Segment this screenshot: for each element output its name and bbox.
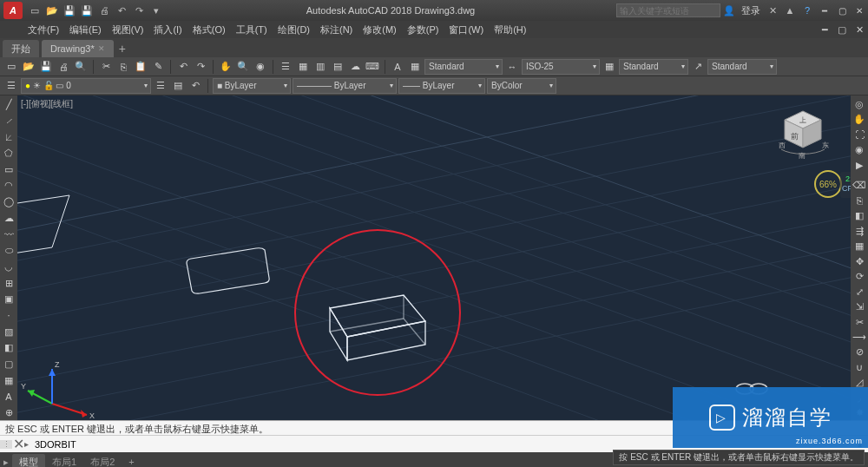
tab-layout2[interactable]: 布局2 — [83, 456, 122, 468]
tb-copy-icon[interactable]: ⎘ — [115, 59, 131, 75]
minimize-btn[interactable]: ━ — [816, 3, 833, 17]
join-icon[interactable]: ∪ — [852, 360, 867, 374]
menu-view[interactable]: 视图(V) — [107, 23, 149, 36]
circle-icon[interactable]: ◯ — [1, 194, 16, 209]
plot-icon[interactable]: 🖨 — [97, 3, 111, 17]
trim-icon[interactable]: ✂ — [852, 315, 867, 329]
rect-icon[interactable]: ▭ — [1, 162, 16, 177]
save-icon[interactable]: 💾 — [62, 3, 76, 17]
layer-prev-icon[interactable]: ↶ — [187, 78, 203, 94]
profile-icon[interactable]: 👤 — [722, 3, 736, 17]
xline-icon[interactable]: ⟋ — [1, 114, 16, 128]
tab-start[interactable]: 开始 — [3, 40, 39, 57]
a360-icon[interactable]: ▲ — [783, 3, 797, 17]
nav-dial[interactable]: 66% — [814, 170, 842, 198]
tb-undo-icon[interactable]: ↶ — [175, 59, 191, 75]
table-icon[interactable]: ▦ — [1, 373, 16, 388]
hatch-icon[interactable]: ▨ — [1, 325, 16, 339]
close-btn[interactable]: ✕ — [851, 3, 868, 17]
linetype-select[interactable]: ———— ByLayer — [293, 78, 397, 94]
tablestyle-select[interactable]: Standard — [619, 59, 688, 75]
tb-calc-icon[interactable]: ⌨ — [365, 59, 380, 75]
tab-model[interactable]: 模型 — [12, 454, 45, 467]
cmd-handle[interactable]: ⋮ — [0, 440, 12, 449]
plotstyle-select[interactable]: ByColor — [487, 78, 556, 94]
qat-more-icon[interactable]: ▾ — [149, 3, 163, 17]
textstyle-select[interactable]: Standard — [424, 59, 503, 75]
tb-paste-icon[interactable]: 📋 — [133, 59, 148, 75]
menu-dimension[interactable]: 标注(N) — [315, 23, 358, 36]
cmd-chevron-icon[interactable]: ▸ — [24, 439, 35, 449]
ellipse-icon[interactable]: ⬭ — [1, 243, 16, 258]
line-icon[interactable]: ╱ — [1, 97, 16, 112]
addsel-icon[interactable]: ⊕ — [1, 405, 16, 420]
tb-preview-icon[interactable]: 🔍 — [73, 59, 89, 75]
canvas[interactable]: X Y Z — [17, 95, 851, 420]
redo-icon[interactable]: ↷ — [132, 3, 146, 17]
viewcube[interactable]: 上 前 西 南 东 — [773, 104, 833, 165]
gradient-icon[interactable]: ◧ — [1, 341, 16, 356]
point-icon[interactable]: · — [1, 308, 16, 323]
mtext-icon[interactable]: A — [1, 390, 16, 405]
cmd-close-icon[interactable]: ✕ — [12, 436, 24, 452]
pline-icon[interactable]: ⟀ — [1, 129, 16, 144]
help-icon[interactable]: ? — [800, 3, 814, 17]
copy2-icon[interactable]: ⎘ — [852, 194, 867, 207]
tb-redo-icon[interactable]: ↷ — [193, 59, 208, 75]
tb-orbit-icon[interactable]: ◉ — [253, 59, 268, 75]
tb-open-icon[interactable]: 📂 — [21, 59, 36, 75]
layer-iso-icon[interactable]: ▤ — [170, 78, 186, 94]
erase-icon[interactable]: ⌫ — [852, 179, 867, 193]
menu-param[interactable]: 参数(P) — [402, 23, 444, 36]
viewport-label[interactable]: [-][俯视][线框] — [21, 98, 73, 110]
mleaderstyle-select[interactable]: Standard — [707, 59, 777, 75]
tab-layout1[interactable]: 布局1 — [45, 456, 83, 468]
insert-icon[interactable]: ⊞ — [1, 276, 16, 291]
offset-icon[interactable]: ⇶ — [852, 224, 867, 238]
rotate-icon[interactable]: ⟳ — [852, 269, 867, 283]
tb-mleader-icon[interactable]: ↗ — [690, 59, 706, 75]
menu-window[interactable]: 窗口(W) — [444, 23, 489, 36]
menu-insert[interactable]: 插入(I) — [148, 23, 187, 36]
dimstyle-select[interactable]: ISO-25 — [522, 59, 600, 75]
tb-match-icon[interactable]: ✎ — [150, 59, 166, 75]
break-icon[interactable]: ⊘ — [852, 345, 867, 359]
steering-icon[interactable]: ◎ — [852, 97, 867, 111]
undo-icon[interactable]: ↶ — [115, 3, 128, 17]
pan2-icon[interactable]: ✋ — [852, 112, 867, 126]
signin-label[interactable]: 登录 — [738, 4, 764, 17]
zoomext-icon[interactable]: ⛶ — [852, 128, 867, 141]
tb-zoom-icon[interactable]: 🔍 — [235, 59, 251, 75]
color-select[interactable]: ■ ByLayer — [213, 78, 291, 94]
tb-save-icon[interactable]: 💾 — [38, 59, 54, 75]
tb-props-icon[interactable]: ☰ — [278, 59, 293, 75]
tab-drawing3[interactable]: Drawing3*✕ — [42, 40, 114, 57]
doc-min-btn[interactable]: ━ — [816, 23, 833, 36]
tb-new-icon[interactable]: ▭ — [3, 59, 19, 75]
layer-select[interactable]: ● ☀ 🔓 ▭ 0 — [21, 78, 151, 94]
lineweight-select[interactable]: —— ByLayer — [398, 78, 485, 94]
tb-cut-icon[interactable]: ✂ — [98, 59, 114, 75]
new-icon[interactable]: ▭ — [28, 3, 42, 17]
tb-plot-icon[interactable]: 🖨 — [56, 59, 71, 75]
app-logo[interactable]: A — [3, 2, 23, 19]
spline-icon[interactable]: 〰 — [1, 227, 16, 242]
open-icon[interactable]: 📂 — [45, 3, 59, 17]
block-icon[interactable]: ▣ — [1, 292, 16, 306]
help-search-input[interactable] — [616, 3, 720, 17]
revcloud-icon[interactable]: ☁ — [1, 211, 16, 226]
tb-dcenter-icon[interactable]: ▦ — [295, 59, 311, 75]
menu-format[interactable]: 格式(O) — [187, 23, 231, 36]
ellipsearc-icon[interactable]: ◡ — [1, 260, 16, 274]
menu-file[interactable]: 文件(F) — [23, 23, 64, 36]
tb-table-icon[interactable]: ▦ — [407, 59, 423, 75]
new-tab-btn[interactable]: + — [114, 42, 131, 57]
exchange-icon[interactable]: ✕ — [766, 3, 779, 17]
move-icon[interactable]: ✥ — [852, 254, 867, 268]
stretch-icon[interactable]: ⇲ — [852, 299, 867, 313]
tb-dim-icon[interactable]: ↔ — [504, 59, 520, 75]
orbit2-icon[interactable]: ◉ — [852, 142, 867, 156]
saveas-icon[interactable]: 💾 — [80, 3, 94, 17]
menu-tools[interactable]: 工具(T) — [231, 23, 273, 36]
menu-help[interactable]: 帮助(H) — [489, 23, 531, 36]
